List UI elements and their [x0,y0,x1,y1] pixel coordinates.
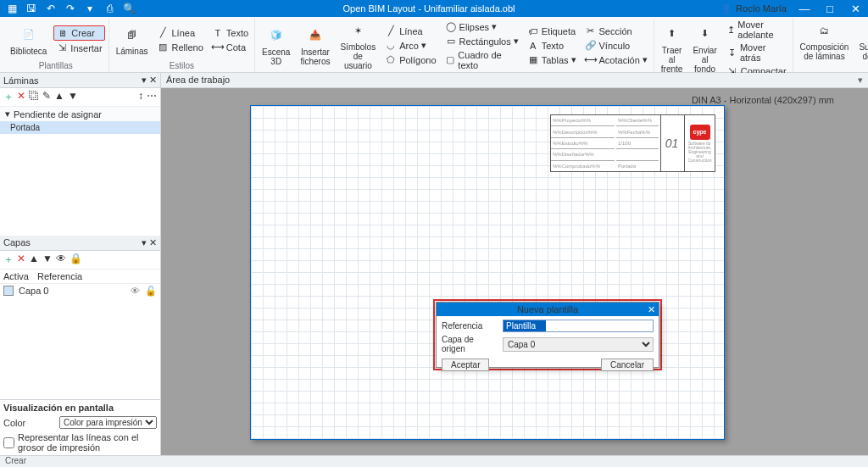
print-icon[interactable]: ⎙ [101,1,118,16]
lock-icon[interactable]: 🔒 [70,253,82,267]
canvas-viewport[interactable]: DIN A3 - Horizontal (420x297) mm %%Proye… [161,88,868,455]
add-icon[interactable]: ＋ [3,253,14,267]
mover-adelante-button[interactable]: ↥Mover adelante [724,19,789,41]
dialog-close-icon[interactable]: ✕ [648,304,655,315]
aceptar-button[interactable]: Aceptar [442,359,489,371]
status-bar: Crear [0,455,868,467]
user-name: Rocío María [736,3,787,14]
seccion-button[interactable]: ✂Sección [582,25,650,38]
save-icon[interactable]: 🖫 [23,1,40,16]
biblioteca-button[interactable]: 📄 Biblioteca [7,23,50,58]
composicion-button[interactable]: 🗂Composición de láminas [797,19,853,63]
close-panel-icon[interactable]: ✕ [149,75,157,86]
close-panel-icon[interactable]: ✕ [149,237,157,248]
referencia-input[interactable] [503,320,654,332]
line-draw-icon: ╱ [385,25,397,37]
qat-dropdown-icon[interactable]: ▾ [81,1,98,16]
undo-icon[interactable]: ↶ [42,1,59,16]
ribbon-group-estilos: 🗐 Láminas ╱Línea ▨Relleno TTexto ⟷Cota E… [109,19,255,72]
close-button[interactable]: ✕ [843,3,868,15]
linea-draw-button[interactable]: ╱Línea [382,25,438,38]
user-badge[interactable]: 👤 Rocío María [721,3,787,14]
traer-frente-button[interactable]: ⬆Traer al frente [658,22,687,75]
minimize-button[interactable]: — [792,3,817,15]
maximize-button[interactable]: □ [817,3,843,15]
tb-empty [616,149,659,160]
sheet-format-label: DIN A3 - Horizontal (420x297) mm [692,95,834,105]
more-icon[interactable]: ⋯ [147,90,157,104]
insertar-label: Insertar [70,43,102,53]
delete-icon[interactable]: ✕ [17,90,25,104]
search-icon[interactable]: 🔍 [120,1,137,16]
cuadro-texto-button[interactable]: ▢Cuadro de texto [442,49,521,71]
tb-number: 01 [660,115,682,171]
ribbon-group-plantillas: 📄 Biblioteca 🗎 Crear ⇲ Insertar Plantill… [3,19,109,72]
cype-logo-icon: cype [690,125,710,140]
escena3d-button[interactable]: 🧊Escena 3D [259,24,293,68]
viz-color-select[interactable]: Color para impresión [59,416,157,429]
down-icon[interactable]: ▼ [68,90,78,104]
linea-style-button[interactable]: ╱Línea [154,26,205,40]
poligono-button[interactable]: ⬠Polígono [382,53,438,67]
collapse-icon[interactable]: ↕ [138,90,143,104]
layer-name: Capa 0 [19,286,48,296]
insertar-button[interactable]: ⇲ Insertar [53,42,104,55]
delete-icon[interactable]: ✕ [17,253,25,267]
create-icon: 🗎 [57,27,69,39]
cota-style-button[interactable]: ⟷Cota [209,41,251,54]
up-icon[interactable]: ▲ [54,90,64,104]
enviar-fondo-button[interactable]: ⬇Enviar al fondo [689,22,720,75]
copy-icon[interactable]: ⿻ [29,90,39,104]
edit-icon[interactable]: ✎ [42,90,51,104]
tb-descripcion: %%Descripción%% [551,126,615,137]
rectangulos-button[interactable]: ▭Rectángulos▾ [442,35,521,48]
elipses-button[interactable]: ◯Elipses▾ [442,20,521,34]
visibility-icon[interactable]: 👁 [56,253,66,267]
crear-label: Crear [71,28,95,38]
simbolos-button[interactable]: ✶Símbolos de usuario [337,19,379,72]
pin-icon[interactable]: ▾ [142,75,147,86]
capa-origen-select[interactable]: Capa 0 [503,337,654,352]
text-icon: T [212,27,224,39]
crear-button[interactable]: 🗎 Crear [53,25,104,41]
arco-button[interactable]: ◡Arco▾ [382,39,438,53]
eye-icon[interactable]: 👁 [131,286,140,296]
left-pane: Láminas ▾✕ ＋ ✕ ⿻ ✎ ▲ ▼ ↕ ⋯ ▾ Pendiente d… [0,73,161,455]
tablas-button[interactable]: ▦Tablas▾ [525,53,579,67]
chevron-down-icon: ▾ [492,21,497,32]
up-icon[interactable]: ▲ [29,253,39,267]
drawing-sheet[interactable]: %%Proyecto%% %%Descripción%% %%Estudio%%… [250,105,725,440]
area-menu-icon[interactable]: ▾ [858,75,863,86]
layer-active-checkbox[interactable] [3,286,14,296]
laminas-group-header[interactable]: ▾ Pendiente de asignar [0,107,160,121]
library-icon: 📄 [19,25,39,45]
app-menu-icon[interactable]: ▦ [3,1,20,16]
viz-title: Visualización en pantalla [3,403,157,413]
viz-grosor-checkbox[interactable] [3,437,14,448]
down-icon[interactable]: ▼ [42,253,53,267]
redo-icon[interactable]: ↷ [62,1,79,16]
laminas-toolbar: ＋ ✕ ⿻ ✎ ▲ ▼ ↕ ⋯ [0,88,160,107]
pin-icon[interactable]: ▾ [142,237,147,248]
add-icon[interactable]: ＋ [3,90,14,104]
insertar-ficheros-button[interactable]: 📥Insertar ficheros [297,24,333,68]
tb-proyecto: %%Proyecto%% [551,115,615,126]
relleno-style-button[interactable]: ▨Relleno [154,41,205,54]
chevron-down-icon: ▾ [514,36,519,47]
mover-atras-button[interactable]: ↧Mover atrás [724,42,789,64]
texto-style-button[interactable]: TTexto [209,26,251,40]
line-icon: ╱ [157,27,169,39]
sustitucion-button[interactable]: 🔤Sustitución de textos [855,19,868,63]
capas-panel-header: Capas ▾✕ [0,236,160,251]
laminas-button[interactable]: 🗐 Láminas [113,23,152,58]
texto-button[interactable]: ATexto [525,39,579,53]
lamina-item-portada[interactable]: Portada [0,121,160,134]
ribbon: 📄 Biblioteca 🗎 Crear ⇲ Insertar Plantill… [0,17,868,73]
lock-open-icon[interactable]: 🔓 [145,286,157,297]
cancelar-button[interactable]: Cancelar [601,359,654,371]
etiqueta-button[interactable]: 🏷Etiqueta [525,25,579,38]
acotacion-button[interactable]: ⟷Acotación▾ [582,53,650,67]
group-label: Plantillas [39,61,73,72]
vinculo-button[interactable]: 🔗Vínculo [582,39,650,53]
layer-row-capa0[interactable]: Capa 0 👁 🔓 [0,284,160,298]
